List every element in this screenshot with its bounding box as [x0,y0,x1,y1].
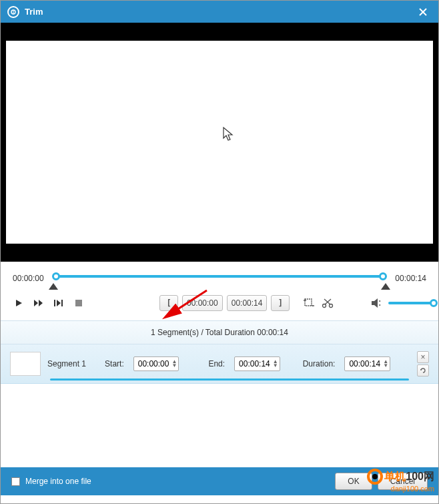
timeline-end-label: 00:00:14 [395,274,426,283]
set-out-point-button[interactable]: ] [271,295,290,311]
svg-marker-4 [16,300,22,306]
timeline-playhead-start[interactable] [52,272,60,280]
svg-rect-7 [54,300,55,306]
svg-line-17 [324,299,330,304]
volume-slider[interactable] [388,302,435,304]
volume-icon[interactable]: •• [371,297,383,309]
merge-checkbox[interactable] [11,477,20,486]
fast-forward-button[interactable] [33,297,45,309]
duration-label: Duration: [303,359,336,368]
timeline-playhead-end[interactable] [379,272,387,280]
set-in-point-button[interactable]: [ [159,295,178,311]
svg-marker-8 [57,300,61,306]
trim-window: Trim 00:00:00 00:00:14 [0,0,439,504]
cut-icon[interactable] [322,297,334,309]
stop-button[interactable] [73,297,85,309]
segment-thumbnail [10,352,41,376]
segment-row[interactable]: Segment 1 Start: 00:00:00 ▲▼ End: 00:00:… [1,344,438,384]
segment-progress [50,379,409,381]
titlebar: Trim [1,1,438,23]
svg-marker-18 [372,298,378,308]
segment-duration-input[interactable]: 00:00:14 ▲▼ [344,356,390,371]
out-marker[interactable] [381,283,390,290]
ok-button[interactable]: OK [335,473,372,490]
footer: Merge into one file OK Cancel [1,467,438,495]
svg-point-15 [330,304,333,308]
remove-segment-button[interactable]: × [417,351,429,363]
timeline: 00:00:00 00:00:14 [1,262,438,291]
svg-point-14 [323,304,326,308]
svg-rect-10 [75,300,82,306]
in-marker[interactable] [49,283,58,290]
close-button[interactable] [414,7,432,17]
playback-controls: [ 00:00:00 00:00:14 ] •• [1,291,438,320]
svg-rect-9 [61,300,63,306]
next-frame-button[interactable] [53,297,65,309]
end-label: End: [208,359,225,368]
merge-label: Merge into one file [25,477,91,486]
video-preview-area [1,23,438,262]
timeline-track[interactable] [53,270,386,287]
start-label: Start: [105,359,124,368]
crop-icon[interactable] [303,297,315,309]
timeline-start-label: 00:00:00 [13,274,44,283]
volume-handle[interactable] [430,299,438,307]
app-icon [7,6,19,18]
svg-marker-6 [39,300,43,306]
blank-area [1,384,438,467]
in-time-display[interactable]: 00:00:00 [182,295,223,311]
segment-end-input[interactable]: 00:00:14 ▲▼ [234,356,280,371]
window-title: Trim [25,7,414,17]
play-button[interactable] [13,297,25,309]
segment-start-input[interactable]: 00:00:00 ▲▼ [133,356,179,371]
segment-name: Segment 1 [47,359,86,368]
out-time-display[interactable]: 00:00:14 [227,295,268,311]
svg-line-16 [325,299,331,304]
cancel-button[interactable]: Cancel [378,473,428,490]
svg-marker-5 [34,300,38,306]
segment-summary: 1 Segment(s) / Total Duration 00:00:14 [1,320,438,344]
video-canvas[interactable] [6,41,433,244]
cursor-icon [222,126,234,142]
restore-segment-button[interactable] [417,364,429,376]
svg-text:•: • [379,302,381,307]
